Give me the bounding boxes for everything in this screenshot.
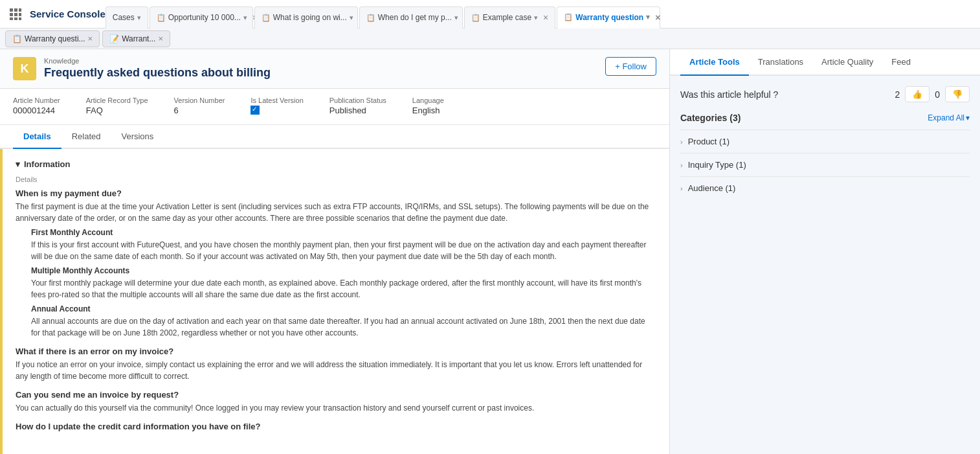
- tab-examplecase-dropdown[interactable]: ▾: [534, 14, 538, 22]
- field-pub-status-value: Published: [329, 106, 386, 115]
- tab-cases-dropdown[interactable]: ▾: [137, 14, 141, 22]
- qa-sub-title-0-1: Multiple Monthly Accounts: [31, 266, 656, 275]
- category-audience[interactable]: › Audience (1): [680, 176, 970, 199]
- tab-warrantyq-close[interactable]: ×: [655, 12, 660, 23]
- right-tab-feed[interactable]: Feed: [882, 49, 920, 76]
- tab-whatisgoing-dropdown[interactable]: ▾: [350, 14, 353, 22]
- qa-question-0: When is my payment due?: [16, 188, 656, 198]
- category-product-label: Product (1): [688, 137, 729, 146]
- tab-whatisgoing[interactable]: 📋 What is going on wi... ▾ ×: [254, 6, 358, 28]
- field-record-type-label: Article Record Type: [86, 96, 148, 104]
- tab-warrantyq[interactable]: 📋 Warranty question ▾ ×: [557, 6, 660, 28]
- article-header: K Knowledge Frequently asked questions a…: [0, 49, 669, 89]
- field-latest-version-label: Is Latest Version: [251, 96, 303, 104]
- tab-examplecase-label: Example case: [483, 13, 531, 22]
- tab-whenget-icon: 📋: [366, 14, 375, 22]
- article-fields: Article Number 000001244 Article Record …: [0, 89, 669, 125]
- expand-all-label: Expand All: [928, 113, 964, 122]
- thumbs-up-button[interactable]: 👍: [905, 86, 930, 102]
- field-language-label: Language: [412, 96, 444, 104]
- article-body: ▾ Information Details When is my payment…: [0, 149, 669, 454]
- category-inquiry[interactable]: › Inquiry Type (1): [680, 153, 970, 176]
- field-latest-version-value: [251, 106, 303, 117]
- right-content: Was this article helpful ? 2 👍 0 👎 Categ…: [670, 76, 980, 454]
- tab-whenget-dropdown[interactable]: ▾: [454, 14, 458, 22]
- thumbs-up-icon: 👍: [912, 89, 922, 99]
- section-header-label: Information: [24, 159, 71, 169]
- content-tab-versions[interactable]: Versions: [111, 125, 164, 149]
- left-panel: K Knowledge Frequently asked questions a…: [0, 49, 669, 454]
- tab-warrantyq-dropdown[interactable]: ▾: [646, 13, 650, 21]
- section-collapse-icon[interactable]: ▾: [16, 159, 20, 169]
- category-audience-arrow: ›: [680, 185, 683, 192]
- sub-tab-warrantyq-close[interactable]: ×: [88, 34, 93, 43]
- tab-whenget-label: When do I get my p...: [378, 13, 452, 22]
- qa-item-3: How do I update the credit card informat…: [16, 422, 656, 431]
- sub-tabs-bar: 📋 Warranty questi... × 📝 Warrant... ×: [0, 28, 980, 49]
- expand-all-chevron: ▾: [966, 113, 970, 122]
- qa-sub-title-0-0: First Monthly Account: [31, 228, 656, 237]
- category-product[interactable]: › Product (1): [680, 130, 970, 153]
- qa-sub-text-0-1: Your first monthly package will determin…: [31, 277, 656, 301]
- right-tab-article-quality[interactable]: Article Quality: [812, 49, 882, 76]
- tab-whenget[interactable]: 📋 When do I get my p... ▾ ×: [359, 6, 463, 28]
- tab-examplecase-close[interactable]: ×: [543, 12, 548, 23]
- field-article-number-label: Article Number: [13, 96, 60, 104]
- svg-rect-7: [14, 17, 17, 20]
- field-version-number-value: 6: [174, 106, 225, 115]
- tab-opportunity-icon: 📋: [157, 14, 166, 22]
- thumbs-down-icon: 👎: [952, 89, 963, 99]
- right-tab-translations[interactable]: Translations: [749, 49, 812, 76]
- field-record-type-value: FAQ: [86, 106, 148, 115]
- sub-tab-warrant-icon: 📝: [109, 34, 119, 43]
- qa-item-0: When is my payment due? The first paymen…: [16, 188, 656, 339]
- qa-question-3: How do I update the credit card informat…: [16, 422, 656, 431]
- qa-question-1: What if there is an error on my invoice?: [16, 346, 656, 356]
- sub-tab-warrantyq[interactable]: 📋 Warranty questi... ×: [5, 30, 100, 47]
- svg-rect-4: [14, 13, 17, 16]
- svg-rect-8: [19, 17, 21, 20]
- sub-tab-warrant-close[interactable]: ×: [158, 34, 163, 43]
- sub-tab-warrant[interactable]: 📝 Warrant... ×: [102, 30, 170, 47]
- svg-rect-6: [10, 17, 13, 20]
- tab-cases[interactable]: Cases ▾: [106, 6, 148, 28]
- app-menu-icon[interactable]: [5, 4, 26, 25]
- article-title: Frequently asked questions about billing: [44, 66, 271, 80]
- knowledge-icon-text: K: [21, 62, 29, 76]
- knowledge-icon: K: [13, 57, 36, 80]
- category-inquiry-label: Inquiry Type (1): [688, 160, 746, 170]
- category-inquiry-arrow: ›: [680, 161, 683, 169]
- expand-all-button[interactable]: Expand All ▾: [928, 113, 970, 122]
- field-article-number-value: 000001244: [13, 106, 60, 115]
- category-audience-label: Audience (1): [688, 183, 736, 193]
- right-tabs: Article Tools Translations Article Quali…: [670, 49, 980, 76]
- field-latest-version: Is Latest Version: [251, 96, 303, 117]
- app-title: Service Console: [30, 8, 106, 19]
- field-language-value: English: [412, 106, 444, 115]
- thumbs-up-count: 2: [895, 89, 900, 100]
- latest-version-checkbox: [251, 106, 260, 115]
- main-content: K Knowledge Frequently asked questions a…: [0, 49, 980, 454]
- vote-group: 2 👍 0 👎: [895, 86, 970, 102]
- content-tab-related[interactable]: Related: [61, 125, 111, 149]
- svg-rect-1: [14, 8, 17, 12]
- field-pub-status-label: Publication Status: [329, 96, 386, 104]
- article-meta-top: Knowledge Frequently asked questions abo…: [44, 57, 271, 80]
- content-tab-details[interactable]: Details: [13, 125, 61, 149]
- tab-cases-label: Cases: [113, 13, 135, 22]
- thumbs-down-count: 0: [935, 89, 940, 100]
- categories-header: Categories (3) Expand All ▾: [680, 113, 970, 123]
- thumbs-down-button[interactable]: 👎: [945, 86, 970, 102]
- qa-sub-0-1: Multiple Monthly Accounts Your first mon…: [31, 266, 656, 301]
- field-pub-status: Publication Status Published: [329, 96, 386, 117]
- follow-button[interactable]: + Follow: [605, 57, 656, 76]
- tab-opportunity[interactable]: 📋 Opportunity 10 000... ▾ ×: [150, 6, 253, 28]
- right-tab-article-tools[interactable]: Article Tools: [680, 49, 749, 76]
- tab-opportunity-dropdown[interactable]: ▾: [243, 14, 247, 22]
- field-record-type: Article Record Type FAQ: [86, 96, 148, 117]
- tab-examplecase[interactable]: 📋 Example case ▾ ×: [464, 6, 556, 28]
- section-header: ▾ Information: [16, 159, 656, 169]
- qa-answer-0: The first payment is due at the time you…: [16, 201, 656, 224]
- main-tabs: Cases ▾ 📋 Opportunity 10 000... ▾ × 📋 Wh…: [106, 0, 975, 28]
- top-bar: Service Console Cases ▾ 📋 Opportunity 10…: [0, 0, 980, 28]
